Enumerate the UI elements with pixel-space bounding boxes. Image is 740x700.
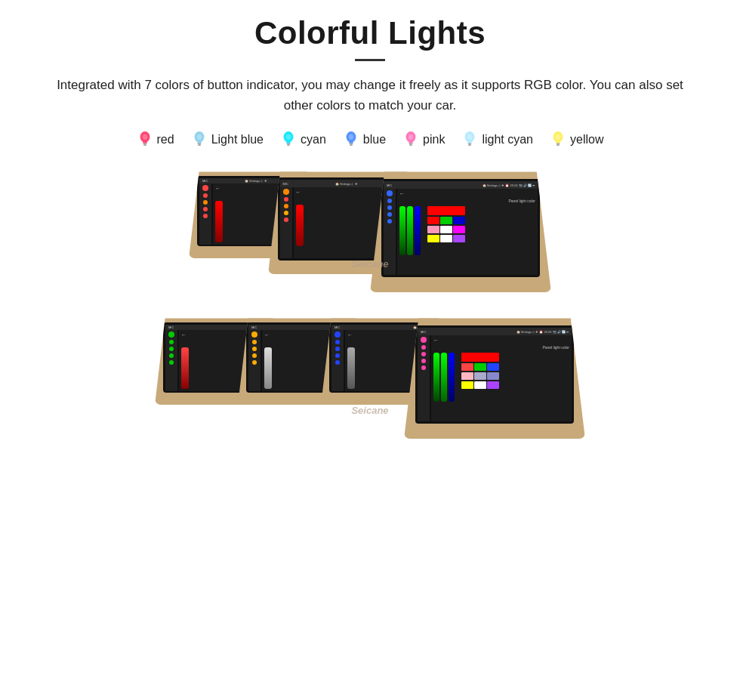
svg-rect-17 [350, 143, 353, 145]
svg-point-4 [142, 134, 146, 140]
color-legend-item-yellow: yellow [550, 129, 603, 150]
bulb-icon [137, 129, 153, 150]
svg-point-34 [556, 134, 560, 140]
page-title: Colorful Lights [30, 15, 710, 51]
color-label-light-cyan: light cyan [482, 133, 533, 146]
svg-rect-22 [409, 143, 413, 145]
svg-rect-13 [287, 145, 290, 146]
bulb-icon [402, 129, 419, 150]
svg-rect-28 [469, 145, 472, 146]
svg-rect-7 [197, 143, 201, 145]
page-wrapper: Colorful Lights Integrated with 7 colors… [0, 0, 740, 469]
devices-row-2: MIC 🏠 Settings ◇ ❖ [30, 318, 710, 439]
color-legend-item-blue: blue [343, 129, 386, 150]
svg-rect-23 [409, 145, 412, 146]
svg-rect-12 [287, 143, 291, 145]
fan-group-1: MIC 🏠 Settings ◇ ❖ [189, 171, 551, 292]
devices-section: MIC 🏠 Settings ◇ ❖ [30, 171, 710, 446]
color-legend-item-red: red [137, 129, 174, 150]
svg-rect-18 [350, 145, 353, 146]
color-legend-item-light-cyan: light cyan [461, 129, 533, 150]
bulb-icon [461, 129, 478, 150]
svg-rect-27 [468, 143, 472, 145]
color-legend-item-pink: pink [402, 129, 445, 150]
svg-point-24 [409, 134, 413, 140]
title-divider [355, 59, 385, 61]
color-label-red: red [157, 133, 174, 146]
bulb-icon [280, 129, 297, 150]
bulb-icon [191, 129, 208, 150]
bulb-icon [343, 129, 359, 150]
fan-group-2: MIC 🏠 Settings ◇ ❖ [155, 318, 585, 439]
color-label-yellow: yellow [570, 133, 603, 146]
svg-rect-2 [143, 143, 146, 145]
color-legend-item-cyan: cyan [280, 129, 326, 150]
color-label-blue: blue [363, 133, 386, 146]
svg-point-9 [196, 134, 201, 140]
devices-row-1: MIC 🏠 Settings ◇ ❖ [30, 171, 710, 292]
screen-r1c3: MIC 🏠 Settings ◇ ❖ ⏰ 20:24 📷 🔊 🔄 ⬅ [381, 179, 540, 277]
svg-rect-3 [143, 145, 146, 146]
color-legend-row: red Light blue cyan blue pink [30, 129, 710, 150]
svg-rect-8 [198, 145, 201, 146]
description-text: Integrated with 7 colors of button indic… [53, 75, 687, 116]
svg-rect-33 [557, 145, 560, 146]
device-card-r2c4: MIC 🏠 Settings ◇ ❖ ⏰ 20:24 📷 🔊 🔄 ⬅ [404, 318, 585, 439]
svg-rect-32 [557, 143, 560, 145]
svg-point-14 [286, 134, 291, 140]
color-label-pink: pink [423, 133, 445, 146]
svg-point-29 [467, 134, 472, 140]
svg-point-19 [349, 134, 353, 140]
color-label-cyan: cyan [301, 133, 326, 146]
color-label-Light-blue: Light blue [211, 133, 264, 146]
bulb-icon [550, 129, 566, 150]
device-card-r1c3: MIC 🏠 Settings ◇ ❖ ⏰ 20:24 📷 🔊 🔄 ⬅ [370, 171, 551, 292]
color-legend-item-Light-blue: Light blue [191, 129, 264, 150]
